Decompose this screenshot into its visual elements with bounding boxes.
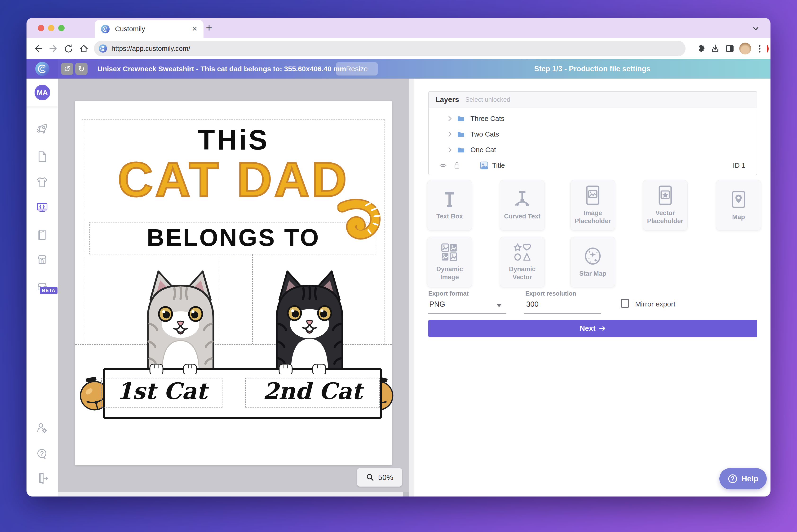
layer-folder-three-cats[interactable]: Three Cats <box>429 111 757 126</box>
horizontal-scrollbar[interactable] <box>58 492 409 496</box>
chevron-right-icon[interactable] <box>447 131 453 137</box>
magnifier-icon <box>366 473 374 481</box>
store-icon[interactable] <box>36 253 49 266</box>
chevron-right-icon[interactable] <box>447 147 453 153</box>
account-settings-icon[interactable] <box>36 422 49 435</box>
layers-title: Layers <box>435 95 459 104</box>
minimize-window-button[interactable] <box>48 25 54 31</box>
window-controls <box>38 25 64 31</box>
fullscreen-window-button[interactable] <box>58 25 64 31</box>
customily-logo[interactable] <box>26 59 58 79</box>
text-box-button[interactable]: Text Box <box>427 180 472 230</box>
image-placeholder-button[interactable]: Image Placeholder <box>570 180 615 230</box>
tab-search-chevron-icon[interactable] <box>751 24 761 33</box>
app-body: MA <box>26 79 771 496</box>
browser-tab-strip: Customily ✕ + <box>26 18 771 38</box>
help-label: Help <box>741 474 758 483</box>
gray-cat-illustration[interactable] <box>136 267 226 374</box>
design-text-this[interactable]: THiS <box>75 124 392 156</box>
design-editor-icon[interactable] <box>36 202 49 214</box>
resolution-underline <box>524 314 601 314</box>
cat-paw <box>311 363 327 374</box>
vector-placeholder-button[interactable]: Vector Placeholder <box>643 180 688 230</box>
url-bar[interactable]: https://app.customily.com/ <box>94 41 686 56</box>
customily-favicon <box>101 25 110 34</box>
guide-line <box>252 254 253 344</box>
chevron-right-icon[interactable] <box>447 115 453 122</box>
export-format-select[interactable]: PNG <box>429 300 445 309</box>
cat-paw <box>149 363 164 374</box>
step-indicator: Step 1/3 - Production file settings <box>414 59 771 79</box>
browser-tab[interactable]: Customily ✕ <box>95 20 204 38</box>
layers-subtitle: Select unlocked <box>465 96 510 103</box>
map-button[interactable]: Map <box>716 180 761 230</box>
design-name-1[interactable]: 1st Cat <box>101 378 223 404</box>
catalog-icon[interactable] <box>36 228 49 241</box>
help-button[interactable]: Help <box>719 468 767 489</box>
side-panel-icon[interactable] <box>725 43 735 54</box>
export-resolution-input[interactable] <box>526 300 597 309</box>
layer-id: ID 1 <box>733 162 745 169</box>
image-placeholder-icon <box>585 185 600 205</box>
black-cat-illustration[interactable] <box>265 267 355 374</box>
app-toolbar: ↺ ↻ Unisex Crewneck Sweatshirt - This ca… <box>26 59 771 79</box>
layer-label: Two Cats <box>471 130 499 138</box>
extensions-puzzle-icon[interactable] <box>695 43 706 54</box>
zoom-control[interactable]: 50% <box>357 468 402 487</box>
artboard[interactable]: THiS CAT DAD BELONGS TO <box>75 101 392 465</box>
url-text: https://app.customily.com/ <box>111 45 190 53</box>
dropdown-caret-icon <box>496 304 502 307</box>
help-circle-icon <box>728 474 738 484</box>
layer-folder-two-cats[interactable]: Two Cats <box>429 127 757 142</box>
layer-label: One Cat <box>471 146 496 154</box>
text-box-icon <box>441 190 458 209</box>
settings-panel: Layers Select unlocked Three Cats <box>414 79 771 496</box>
help-bubble-icon[interactable] <box>36 448 49 460</box>
mirror-export-checkbox[interactable] <box>621 299 629 308</box>
forward-icon[interactable] <box>48 43 59 54</box>
beta-badge: BETA <box>40 287 57 294</box>
format-underline <box>428 314 507 314</box>
design-canvas[interactable]: THiS CAT DAD BELONGS TO <box>58 79 409 496</box>
export-format-label: Export format <box>428 290 469 297</box>
design-name-2[interactable]: 2nd Cat <box>245 378 380 404</box>
logout-door-icon[interactable] <box>36 472 49 484</box>
account-avatar-box[interactable]: MA <box>26 79 58 107</box>
folder-icon <box>457 146 465 154</box>
layer-folder-one-cat[interactable]: One Cat <box>429 142 757 157</box>
design-text-belongs-to[interactable]: BELONGS TO <box>75 224 392 251</box>
tshirt-icon[interactable] <box>36 176 49 189</box>
undo-button[interactable]: ↺ <box>61 63 73 75</box>
mirror-export-label: Mirror export <box>635 300 676 308</box>
browser-profile-avatar[interactable] <box>739 43 751 54</box>
unlock-icon[interactable] <box>453 162 460 169</box>
vertical-scrollbar[interactable] <box>409 79 414 496</box>
visibility-eye-icon[interactable] <box>439 162 447 169</box>
close-window-button[interactable] <box>38 25 44 31</box>
back-icon[interactable] <box>33 43 43 54</box>
dynamic-image-icon <box>440 243 459 262</box>
account-avatar[interactable]: MA <box>35 85 50 100</box>
tab-close-icon[interactable]: ✕ <box>192 25 197 33</box>
layer-row-title[interactable]: Title ID 1 <box>429 158 757 173</box>
guide-line <box>82 119 385 120</box>
star-map-button[interactable]: Star Map <box>570 237 615 287</box>
folder-icon <box>457 114 465 123</box>
vector-placeholder-icon <box>658 185 673 205</box>
dynamic-image-button[interactable]: Dynamic Image <box>427 237 472 287</box>
curved-text-button[interactable]: Curved Text <box>500 180 545 230</box>
home-icon[interactable] <box>79 43 89 54</box>
image-layer-thumbnail <box>480 161 489 170</box>
next-button[interactable]: Next <box>428 320 757 337</box>
reload-icon[interactable] <box>63 43 74 54</box>
dynamic-vector-button[interactable]: Dynamic Vector <box>500 237 545 287</box>
tab-title: Customily <box>115 25 192 33</box>
browser-toolbar: https://app.customily.com/ <box>26 38 771 59</box>
app-sidebar: MA <box>26 79 58 496</box>
downloads-icon[interactable] <box>710 43 720 54</box>
new-tab-button[interactable]: + <box>206 23 212 33</box>
rocket-icon[interactable] <box>36 122 49 135</box>
resize-button[interactable]: Resize <box>336 62 378 76</box>
file-icon[interactable] <box>36 150 49 163</box>
redo-button[interactable]: ↻ <box>75 63 88 75</box>
